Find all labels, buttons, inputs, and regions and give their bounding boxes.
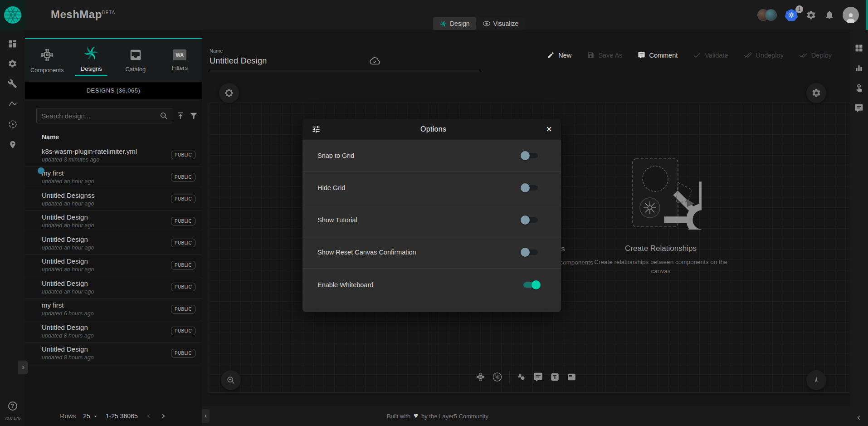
deploy-button[interactable]: Deploy (799, 51, 832, 59)
visibility-badge[interactable]: PUBLIC (171, 173, 195, 181)
settings-gear-icon[interactable] (806, 10, 816, 20)
mesh-logo-icon (4, 6, 22, 24)
design-list-item[interactable]: Untitled Designupdated an hour ago PUBLI… (25, 255, 202, 277)
visibility-badge[interactable]: PUBLIC (171, 283, 195, 291)
collaborator-avatar[interactable] (765, 9, 777, 21)
analytics-chart-icon[interactable] (854, 64, 863, 73)
design-name-input[interactable] (210, 56, 359, 66)
design-list-item[interactable]: my firstupdated 6 hours ago PUBLIC (25, 299, 202, 321)
search-icon[interactable] (159, 111, 168, 120)
design-list-item[interactable]: Untitled Designupdated an hour ago PUBLI… (25, 211, 202, 233)
tab-design-mode[interactable]: Design (433, 17, 476, 30)
canvas-footer: Built with ♥ by the Layer5 Community (202, 406, 850, 426)
upload-design-icon[interactable] (176, 111, 185, 120)
comment-icon (638, 51, 645, 59)
dashboard-icon[interactable] (8, 39, 17, 49)
kubernetes-dock-icon[interactable] (492, 372, 502, 382)
designs-panel: Components Designs Catalog WA Filters DE… (25, 30, 202, 426)
visibility-badge[interactable]: PUBLIC (171, 327, 195, 335)
mode-toggle: Design Visualize (433, 17, 525, 30)
notifications-bell-icon[interactable] (824, 10, 834, 20)
lifecycle-gears-icon[interactable] (8, 59, 17, 69)
validate-button[interactable]: Validate (693, 51, 728, 59)
design-list-item[interactable]: my firstupdated an hour ago PUBLIC (25, 166, 202, 189)
performance-icon[interactable] (8, 99, 18, 109)
visibility-badge[interactable]: PUBLIC (171, 239, 195, 247)
touch-gesture-icon[interactable] (854, 83, 863, 93)
visibility-badge[interactable]: PUBLIC (171, 349, 195, 357)
relationship-illustration (620, 157, 702, 230)
design-list-item[interactable]: Untitled Designssupdated an hour ago PUB… (25, 188, 202, 211)
visibility-badge[interactable]: PUBLIC (171, 195, 195, 203)
designs-swirl-icon (83, 45, 99, 61)
design-list-item[interactable]: k8s-wasm-plugin-ratelimiter.ymlupdated 3… (25, 144, 202, 166)
dock-collapse-icon[interactable] (855, 414, 863, 421)
meshery-logo[interactable] (0, 0, 25, 30)
components-dock-icon[interactable] (475, 372, 485, 382)
comments-widget-icon[interactable] (854, 103, 863, 113)
modal-title: Options (321, 125, 546, 133)
undeploy-icon (744, 51, 752, 59)
configuration-tools-icon[interactable] (8, 79, 17, 88)
navigation-pin-icon (812, 376, 821, 385)
text-tool-icon[interactable] (550, 372, 560, 382)
mesh-adapter-icon[interactable] (8, 119, 18, 129)
option-row-snap-to-grid: Snap to Grid (302, 140, 561, 172)
user-avatar[interactable] (843, 7, 859, 23)
filter-funnel-icon[interactable] (189, 111, 198, 120)
option-row-hide-grid: Hide Grid (302, 172, 561, 204)
shapes-icon[interactable] (516, 372, 526, 382)
save-as-button[interactable]: Save As (587, 51, 622, 59)
k8s-context-switcher[interactable]: 1 (785, 9, 798, 21)
create-relationships-hint: Create Relationships Create relationship… (588, 157, 733, 276)
footer-collapse-handle[interactable] (202, 409, 210, 423)
community-credit: Built with ♥ by the Layer5 Community (387, 411, 488, 421)
panel-expand-handle[interactable] (18, 361, 28, 374)
design-list-item[interactable]: Untitled Designupdated an hour ago PUBLI… (25, 232, 202, 255)
search-input[interactable] (37, 112, 159, 120)
visibility-badge[interactable]: PUBLIC (171, 151, 195, 159)
pagination-range: 1-25 36065 (106, 412, 138, 420)
design-owner-avatar (38, 167, 44, 174)
tab-visualize-mode[interactable]: Visualize (476, 17, 525, 30)
next-page-icon[interactable] (160, 412, 167, 420)
layouts-grid-icon[interactable] (854, 44, 863, 53)
check-icon (693, 51, 701, 59)
tab-designs[interactable]: Designs (69, 39, 114, 82)
media-tool-icon[interactable] (566, 372, 576, 382)
rows-per-page-select[interactable]: 25 (83, 412, 98, 420)
help-button[interactable]: ? (8, 402, 17, 411)
tab-catalog[interactable]: Catalog (113, 39, 158, 82)
zoom-button[interactable] (221, 370, 241, 390)
pagination: Rows 25 1-25 36065 (25, 406, 202, 426)
panel-tabs: Components Designs Catalog WA Filters (25, 38, 202, 82)
close-icon[interactable]: × (546, 124, 552, 134)
canvas-flower-menu-button[interactable] (219, 83, 239, 103)
visibility-badge[interactable]: PUBLIC (171, 217, 195, 225)
floppy-save-icon (587, 51, 595, 59)
tab-components[interactable]: Components (25, 39, 69, 82)
tab-filters[interactable]: WA Filters (158, 39, 202, 82)
options-list: Snap to Grid Hide Grid Show Tutorial Sho… (302, 140, 561, 312)
reset-canvas-confirmation-toggle[interactable] (521, 247, 541, 257)
notification-drawer-edge[interactable] (866, 0, 868, 30)
design-list-item[interactable]: Untitled Designupdated 8 hours ago PUBLI… (25, 343, 202, 365)
canvas-settings-button[interactable] (806, 83, 826, 103)
comment-dock-icon[interactable] (533, 372, 543, 382)
options-modal-header: Options × (302, 119, 561, 140)
new-button[interactable]: New (547, 51, 571, 59)
design-list-item[interactable]: Untitled Designupdated 8 hours ago PUBLI… (25, 320, 202, 343)
hide-grid-toggle[interactable] (521, 183, 541, 193)
navigate-button[interactable] (806, 370, 826, 390)
snap-to-grid-toggle[interactable] (521, 151, 541, 161)
prev-page-icon[interactable] (145, 412, 152, 420)
explore-pin-icon[interactable] (8, 140, 17, 150)
enable-whiteboard-toggle[interactable] (521, 280, 541, 290)
undeploy-button[interactable]: Undeploy (744, 51, 784, 59)
visibility-badge[interactable]: PUBLIC (171, 261, 195, 269)
design-list-item[interactable]: Untitled Designupdated an hour ago PUBLI… (25, 276, 202, 299)
options-modal: Options × Snap to Grid Hide Grid Show Tu… (302, 119, 561, 312)
visibility-badge[interactable]: PUBLIC (171, 305, 195, 313)
show-tutorial-toggle[interactable] (521, 215, 541, 225)
comment-button[interactable]: Comment (638, 51, 678, 59)
